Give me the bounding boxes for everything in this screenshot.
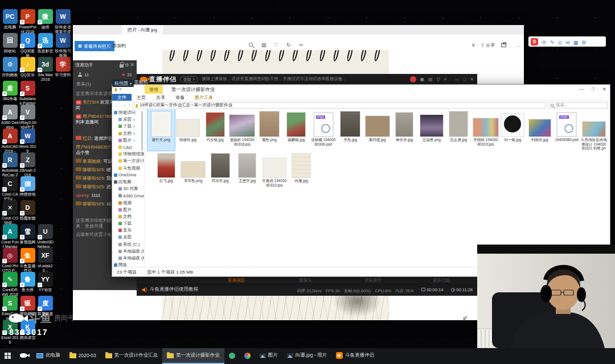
favorite-icon[interactable]: ♡ [274,42,278,48]
close-button[interactable]: ✕ [470,77,474,82]
quick-access-toolbar[interactable]: ▾ [119,87,121,92]
footer-tab-摄像头[interactable]: 摄像头 [299,278,312,283]
companion-tool-icon[interactable]: ▤ [428,77,433,82]
sogou-tool-icon[interactable]: 中 [542,40,547,46]
taskbar-item-第一次设计摄影作业[interactable]: 第一次设计摄影作业 [162,348,224,364]
gear-icon[interactable]: ⚙ [125,63,129,68]
taskbar-item-start[interactable] [0,348,15,364]
sidebar-item-图片[interactable]: 图片 [112,206,144,213]
file-item[interactable]: 黄日霞.jpg [364,109,391,151]
maximize-button[interactable]: □ [592,86,594,92]
desktop-icon-猎魔军团[interactable]: D↗猎魔军团 [19,200,36,221]
photos-tab[interactable]: 照片 - 向珊.jpg [122,25,163,34]
sidebar-item-本地磁盘 (E:)[interactable]: 本地磁盘 (E:) [112,255,144,262]
sidebar-item-3D 对象[interactable]: 3D 对象 [112,185,144,192]
desktop-icon-斗鱼直播伴侣[interactable]: 鱼↗斗鱼直播伴侣 [19,248,36,273]
sidebar-item-网络[interactable]: 网络 [112,262,144,267]
taskbar-item-2020-03[interactable]: 2020-03 [65,348,101,364]
file-item[interactable]: 斗兽场改造内场景设计 19403080321 刘哲.png [580,109,608,151]
file-item[interactable]: 张炳楠 19403080306.psd [310,109,337,151]
desktop-icon-鲁大师[interactable]: 鲁↗鲁大师 [19,272,36,292]
sidebar-item-系统 (C:)[interactable]: 系统 (C:) [112,241,144,248]
sidebar-item-文档[interactable]: 文档✦ [112,130,144,137]
account-badge-icon[interactable] [410,76,416,82]
sidebar-item-本地磁盘 (D:)[interactable]: 本地磁盘 (D:) [112,248,144,255]
sogou-logo[interactable]: S [531,38,538,46]
taskbar-item-dot[interactable] [224,348,240,364]
desktop-icon-Corel Font Manage...[interactable]: A↗Corel Font Manage... [1,224,19,249]
sogou-tool-icon[interactable]: ⚙ [581,40,586,46]
desktop-icon-暴雪战网[interactable]: 雪↗暴雪战网 [19,224,36,245]
print-icon[interactable] [501,42,506,48]
ribbon-tab-查看[interactable]: 查看 [170,94,190,101]
maximize-button[interactable]: □ [463,77,466,82]
sogou-input-toolbar[interactable]: S 中✎⊙✉▦⚙ [528,36,606,47]
up-icon[interactable]: ↑ [128,103,130,108]
desktop-icon-ZBrush 2016[interactable]: Z↗ZBrush 2016 [19,152,36,177]
rotate-icon[interactable]: ↻ [286,42,291,48]
file-item[interactable]: 田欣宇.jpg [207,150,234,187]
taskbar-item-向珊.jpg - 照片[interactable]: 向珊.jpg - 照片 [282,348,331,364]
file-item[interactable]: 兰淑君.png [418,109,445,151]
file-item[interactable]: 宋宇彤.png [180,150,207,187]
desktop-icon-Word 2016[interactable]: W↗Word 2016 [19,129,36,154]
desktop-icon-PowerPoint 2016[interactable]: P↗PowerPoint 2016 [19,9,36,34]
ribbon-tab-文件[interactable]: 文件 [112,94,132,101]
zoom-icon[interactable] [249,42,253,48]
taskbar-item-第一次设计作业汇总[interactable]: 第一次设计作业汇总 [101,348,163,364]
desktop-icon-软件是否需要开课[interactable]: W软件是否需要开课 [54,9,72,34]
file-item[interactable]: 王思宇.jpg [234,150,261,187]
file-item[interactable]: 苗丽婷 19403080318.jpg [229,109,256,151]
file-item[interactable]: 向珊.jpg [288,150,315,187]
sogou-tool-icon[interactable]: ⊙ [558,40,563,46]
add-to-button[interactable]: + 添加到 [108,43,126,49]
close-icon[interactable]: ✕ [130,62,134,68]
sidebar-item-下载[interactable]: 下载 [112,220,144,227]
file-item[interactable]: 文雅靖 19403080310.jpg [261,150,288,187]
footer-tab-弹幕助手[interactable]: 弹幕助手 [364,278,382,283]
sidebar-item-下载[interactable]: 下载✦ [112,123,144,130]
share-button[interactable]: ⇧ 分享 [481,42,495,48]
taskbar-item-图片[interactable]: 图片 [255,348,282,364]
slideshow-icon[interactable]: ▤ [261,42,266,48]
desktop-icon-xf-adsk20...[interactable]: XFxf-adsk20... [36,248,54,273]
sidebar-item-音乐[interactable]: 音乐 [112,227,144,234]
file-item[interactable]: 彭飞.jpg [153,150,180,187]
crop-icon[interactable]: ✂ [299,42,304,48]
desktop-icon-CorelDRAW 2018 (64-...[interactable]: ✎↗CorelDRAW 2018 (64-... [1,272,19,297]
desktop-icon-回收站[interactable]: 回回收站 [1,33,19,53]
sogou-tool-icon[interactable]: ✎ [550,40,555,46]
minimize-button[interactable]: — [454,77,459,82]
desktop-icon-控制面板[interactable]: ⚙控制面板 [1,57,19,77]
sidebar-item-文档[interactable]: 文档 [112,213,144,220]
desktop-icon-YY语音[interactable]: YY↗YY语音 [36,272,54,292]
desktop-icon-微信[interactable]: 微↗微信 [36,9,54,30]
file-item[interactable]: 19403080.psd [554,109,581,151]
speaker-icon[interactable]: ◀) [141,287,147,292]
file-item[interactable]: 兰志强.jpg [445,109,473,151]
taskbar-item-fish[interactable] [15,348,32,364]
taskbar-item-此电脑[interactable]: 此电脑 [32,348,65,364]
sidebar-item-斗鱼视频[interactable]: 斗鱼视频 [112,165,144,172]
companion-tool-icon[interactable]: ▣ [420,77,425,82]
desktop-icon-Autodesk ReCap 2016[interactable]: R↗Autodesk ReCap 2016 [1,152,19,177]
sidebar-scrollbar[interactable] [141,111,143,151]
desktop-icon-3ds Max 2016[interactable]: 3d↗3ds Max 2016 [36,57,54,82]
desktop-icon-学习资料[interactable]: 学学习资料 [54,57,72,77]
desktop-icon-软件预习视频[interactable]: W软件预习视频 [54,33,72,58]
ribbon-tab-主页[interactable]: 主页 [132,94,151,101]
sidebar-item-图片[interactable]: 图片✦ [112,137,144,144]
desktop-icon-United3D Networ...[interactable]: U↗United3D Networ... [36,224,54,249]
file-item[interactable]: 黄彤.png [256,109,283,151]
sogou-tool-icon[interactable]: ✉ [565,40,570,46]
back-icon[interactable]: ← [114,103,119,108]
desktop-icon-迅雷影音[interactable]: 迅↗迅雷影音 [36,33,54,53]
minimize-button[interactable]: — [579,86,584,92]
sidebar-item-快速访问[interactable]: 快速访问 [112,109,144,116]
lock-icon[interactable] [120,64,124,68]
companion-tool-icon[interactable]: ≡ [444,77,447,82]
sogou-tool-icon[interactable]: ▦ [573,40,579,46]
sidebar-item-A360 Drive[interactable]: A360 Drive [112,192,144,199]
sidebar-item-CAD[interactable]: CAD [112,144,144,151]
taskbar-item-斗鱼直播伴侣[interactable]: 斗鱼直播伴侣 [331,348,379,364]
